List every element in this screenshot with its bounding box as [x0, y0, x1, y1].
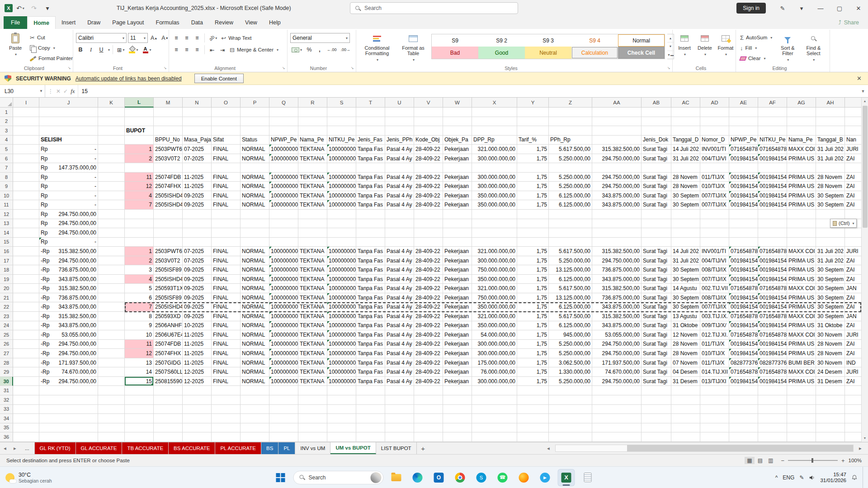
cell-W5[interactable]: Pekerjaan [443, 145, 472, 154]
cell-AE32[interactable] [729, 395, 758, 405]
cell-AC3[interactable] [671, 126, 700, 136]
cell-Q32[interactable] [269, 395, 298, 405]
cell-N12[interactable] [183, 210, 212, 219]
cell-N33[interactable] [183, 405, 212, 414]
bold-button[interactable]: B [76, 45, 85, 55]
cell-Z1[interactable] [549, 108, 592, 117]
cell-style-check-cell[interactable]: Check Cell [618, 47, 665, 59]
cell-AF13[interactable] [758, 219, 787, 229]
cell-W9[interactable]: Pekerjaan [443, 182, 472, 191]
cell-U21[interactable]: Pasal 4 Ay [385, 293, 414, 303]
cell-AB13[interactable] [642, 219, 671, 229]
cell-AC14[interactable] [671, 228, 700, 238]
cell-AF1[interactable] [758, 108, 787, 117]
cell-Q2[interactable] [269, 117, 298, 127]
cell-K34[interactable] [98, 414, 125, 423]
cell-Z21[interactable]: 13.125.000,00 [549, 293, 592, 303]
cell-AC8[interactable]: 28 Novem [671, 173, 700, 182]
cell-Q11[interactable]: 100000000 [269, 200, 298, 210]
cell-O16[interactable]: FINAL [212, 247, 241, 256]
cell-Z27[interactable]: 5.250.000,00 [549, 349, 592, 358]
cell-I2[interactable] [13, 117, 39, 127]
cell-AA5[interactable]: 315.382.500,00 [592, 145, 642, 154]
cell-K12[interactable] [98, 210, 125, 219]
cell-V6[interactable]: 28-409-22 [414, 154, 443, 164]
cell-AD11[interactable]: 007/TIJ/IX [700, 200, 729, 210]
cell-X16[interactable]: 321.000.000,00 [472, 247, 517, 256]
italic-button[interactable]: I [86, 45, 95, 55]
cell-L24[interactable]: 9 [125, 321, 154, 331]
cell-X2[interactable] [472, 117, 517, 127]
column-header-L[interactable]: L [125, 98, 154, 108]
cell-V33[interactable] [414, 405, 443, 414]
cell-T21[interactable]: Tanpa Fas [356, 293, 385, 303]
cell-Y4[interactable]: Tarif_% [517, 136, 549, 145]
cell-I18[interactable] [13, 265, 39, 275]
cell-AF33[interactable] [758, 405, 787, 414]
cell-R14[interactable] [298, 228, 327, 238]
increase-decimal-button[interactable]: ←.00 [326, 45, 338, 55]
ribbon-tab-page-layout[interactable]: Page Layout [106, 16, 150, 29]
taskbar-weather-widget[interactable]: 30°C Sebagian cerah [0, 472, 104, 483]
cell-K21[interactable] [98, 293, 125, 303]
redo-button[interactable]: ↷ [28, 3, 40, 14]
cell-AF11[interactable]: 001984154 [758, 200, 787, 210]
cell-AI15[interactable] [845, 238, 861, 247]
cell-N2[interactable] [183, 117, 212, 127]
cell-U2[interactable] [385, 117, 414, 127]
cell-S10[interactable]: 100000000 [327, 191, 356, 201]
cell-AG18[interactable]: PRIMA US [787, 265, 816, 275]
conditional-formatting-button[interactable]: Conditional Formatting▾ [359, 31, 395, 65]
cell-O33[interactable] [212, 405, 241, 414]
sheet-tab-tb-accurate[interactable]: TB ACCURATE [122, 442, 169, 454]
cell-AG20[interactable]: MAXX COI [787, 284, 816, 293]
cell-O7[interactable] [212, 163, 241, 173]
cell-AA24[interactable]: 343.875.000,00 [592, 321, 642, 331]
cell-AA12[interactable] [592, 210, 642, 219]
cell-M27[interactable]: 25074FHX [154, 349, 183, 358]
cell-AF20[interactable]: 071654878 [758, 284, 787, 293]
cell-K24[interactable] [98, 321, 125, 331]
cell-AG30[interactable]: PRIMA US [787, 377, 816, 386]
sheet-tab-bs[interactable]: BS [261, 442, 278, 454]
row-header-34[interactable]: 34 [0, 414, 13, 423]
cell-AH18[interactable]: 30 Septem [816, 265, 845, 275]
cell-I10[interactable] [13, 191, 39, 201]
cell-X28[interactable]: 175.000.000,00 [472, 358, 517, 368]
comma-style-button[interactable]: , [315, 45, 324, 55]
cell-X9[interactable]: 300.000.000,00 [472, 182, 517, 191]
cell-Z26[interactable]: 5.250.000,00 [549, 340, 592, 349]
cell-I34[interactable] [13, 414, 39, 423]
cell-I22[interactable] [13, 302, 39, 312]
cell-P15[interactable] [241, 238, 269, 247]
cell-V36[interactable] [414, 432, 443, 442]
cell-S30[interactable]: 100000000 [327, 377, 356, 386]
cell-V30[interactable]: 28-409-22 [414, 377, 443, 386]
cell-V34[interactable] [414, 414, 443, 423]
cell-S28[interactable]: 100000000 [327, 358, 356, 368]
cell-AG14[interactable] [787, 228, 816, 238]
cell-AD24[interactable]: 009/TIJ/X/ [700, 321, 729, 331]
cell-X24[interactable]: 350.000.000,00 [472, 321, 517, 331]
cell-U3[interactable] [385, 126, 414, 136]
cell-L23[interactable]: 8 [125, 312, 154, 321]
cell-T23[interactable]: Tanpa Fas [356, 312, 385, 321]
cell-I9[interactable] [13, 182, 39, 191]
cell-Y13[interactable] [517, 219, 549, 229]
cell-AH7[interactable] [816, 163, 845, 173]
cell-L4[interactable] [125, 136, 154, 145]
cell-U27[interactable]: Pasal 4 Ay [385, 349, 414, 358]
cell-AD25[interactable]: 012.TIJ.XI. [700, 330, 729, 340]
cell-L31[interactable] [125, 386, 154, 395]
cell-O24[interactable]: FINAL [212, 321, 241, 331]
cell-AD30[interactable]: 013/TIJ/XI [700, 377, 729, 386]
orientation-button[interactable]: ab▾ [208, 33, 218, 43]
cell-S8[interactable]: 100000000 [327, 173, 356, 182]
row-header-13[interactable]: 13 [0, 219, 13, 229]
underline-button[interactable]: U [97, 45, 106, 55]
column-header-O[interactable]: O [212, 98, 241, 108]
cell-AA1[interactable] [592, 108, 642, 117]
cell-Y14[interactable] [517, 228, 549, 238]
cell-AD18[interactable]: 008/TIJ/IX [700, 265, 729, 275]
cell-AB16[interactable]: Surat Tagi [642, 247, 671, 256]
